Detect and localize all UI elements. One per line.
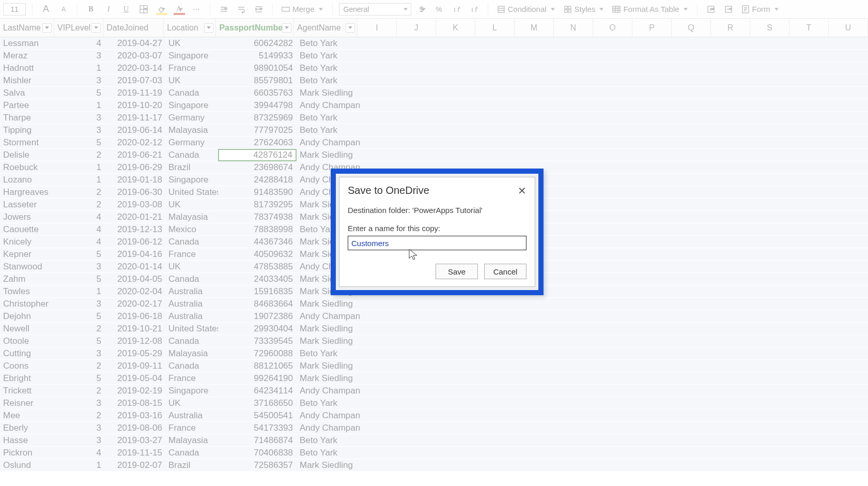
cell[interactable]: 98901054 [218, 63, 297, 74]
cell[interactable]: Beto Yark [297, 435, 361, 446]
cell[interactable]: Beto Yark [297, 448, 361, 458]
underline-button[interactable]: U [119, 2, 133, 17]
bold-button[interactable]: B [84, 2, 98, 17]
cell[interactable]: 1 [55, 100, 104, 111]
font-grow-button[interactable]: A [39, 2, 53, 17]
borders-button[interactable] [136, 2, 151, 17]
cell[interactable]: Australia [165, 311, 218, 322]
cell[interactable]: Trickett [0, 386, 55, 396]
cell[interactable]: Dejohn [0, 311, 55, 322]
cell[interactable]: 2019-01-18 [104, 175, 165, 185]
cell[interactable]: 2019-04-16 [104, 249, 165, 260]
cell[interactable]: 2020-03-14 [104, 63, 165, 73]
cell[interactable]: 54500541 [218, 410, 297, 421]
cell[interactable]: 2020-03-07 [104, 51, 165, 61]
cell[interactable]: Australia [165, 411, 218, 421]
cell[interactable]: Christopher [0, 299, 55, 309]
cell[interactable]: Otoole [0, 336, 55, 346]
col-agentname[interactable]: AgentName [294, 19, 358, 37]
cell[interactable]: 66035763 [218, 87, 297, 99]
cell[interactable]: 2019-06-21 [104, 150, 165, 160]
cell[interactable]: 2020-02-17 [104, 299, 165, 309]
decrease-decimal-button[interactable] [467, 2, 482, 17]
cell[interactable]: 5 [55, 336, 104, 346]
cell[interactable]: Mexico [165, 224, 218, 235]
cell[interactable]: 77797025 [218, 125, 297, 136]
cell[interactable]: Andy Champan [297, 411, 361, 421]
cell[interactable]: 4 [55, 38, 104, 49]
col-datejoined[interactable]: DateJoined [103, 19, 164, 37]
cell[interactable]: UK [165, 398, 218, 408]
cell[interactable]: Germany [165, 113, 218, 123]
cell[interactable]: 85579801 [218, 75, 297, 86]
cell[interactable]: UK [165, 38, 218, 49]
cell[interactable]: Singapore [165, 175, 218, 185]
cell[interactable]: Mark Siedling [297, 324, 361, 334]
cell[interactable]: Brazil [165, 460, 218, 470]
col-letter[interactable]: L [475, 19, 515, 37]
cell[interactable]: 27624063 [218, 137, 297, 148]
cell[interactable]: Beto Yark [297, 75, 361, 86]
cell[interactable]: 3 [55, 51, 104, 61]
cell[interactable]: 84683664 [218, 298, 297, 310]
cell[interactable]: 88121065 [218, 360, 297, 372]
cell[interactable]: 3 [55, 348, 104, 359]
cell[interactable]: 54173393 [218, 422, 297, 434]
cell[interactable]: 2019-11-17 [104, 113, 165, 123]
font-shrink-button[interactable]: A [56, 2, 71, 17]
font-size-input[interactable] [3, 3, 26, 16]
col-viplevel[interactable]: VIPLevel [54, 19, 103, 37]
cell[interactable]: Meraz [0, 51, 55, 61]
col-letter[interactable]: K [436, 19, 475, 37]
insert-cells-button[interactable] [704, 2, 718, 17]
cell[interactable]: 3 [55, 113, 104, 123]
font-color-button[interactable]: A [172, 2, 186, 17]
table-row[interactable]: Newell22019-10-21United States29930404Ma… [0, 323, 868, 335]
col-letter[interactable]: Q [672, 19, 711, 37]
cell[interactable]: Hadnott [0, 63, 55, 73]
cell[interactable]: France [165, 249, 218, 260]
cancel-button[interactable]: Cancel [484, 264, 526, 279]
cell[interactable]: Canada [165, 88, 218, 98]
cell[interactable]: 3 [55, 398, 104, 408]
cell[interactable]: 87325969 [218, 112, 297, 124]
col-letter[interactable]: S [750, 19, 789, 37]
cell[interactable]: Mee [0, 411, 55, 421]
cell[interactable]: 1 [55, 460, 104, 470]
cell[interactable]: Lasseter [0, 200, 55, 210]
cell[interactable]: 71486874 [218, 435, 297, 446]
cell[interactable]: United States [165, 324, 218, 334]
cell[interactable]: 2019-06-30 [104, 187, 165, 198]
cell[interactable]: UK [165, 262, 218, 272]
cell[interactable]: 1 [55, 175, 104, 185]
cell[interactable]: Australia [165, 299, 218, 309]
cell[interactable]: Stanwood [0, 262, 55, 272]
cell[interactable]: Canada [165, 336, 218, 346]
cell[interactable]: 3 [55, 435, 104, 446]
cell[interactable]: 4 [55, 448, 104, 458]
table-row[interactable]: Hasse32019-03-27Malayasia71486874Beto Ya… [0, 434, 868, 447]
cell[interactable]: 5 [55, 88, 104, 98]
cell[interactable]: 2019-05-04 [104, 373, 165, 384]
selected-cell[interactable]: 42876124 [218, 149, 297, 161]
cell[interactable]: 1 [55, 63, 104, 73]
cell[interactable]: 2020-02-12 [104, 138, 165, 148]
cell[interactable]: Canada [165, 237, 218, 247]
table-row[interactable]: Otoole52019-12-08Canada73339545Mark Sied… [0, 335, 868, 347]
cell[interactable]: Coons [0, 361, 55, 371]
cell[interactable]: 2 [55, 324, 104, 334]
cell[interactable]: Knicely [0, 237, 55, 247]
col-letter[interactable]: N [554, 19, 593, 37]
cell[interactable]: 64234114 [218, 385, 297, 397]
cell[interactable]: 5 [55, 249, 104, 260]
cell[interactable]: UK [165, 75, 218, 86]
cell[interactable]: Ebright [0, 373, 55, 384]
filter-icon[interactable] [346, 23, 355, 33]
cell[interactable]: 5 [55, 311, 104, 322]
cell[interactable]: 2019-03-08 [104, 200, 165, 210]
cell[interactable]: 4 [55, 224, 104, 235]
cell[interactable]: Andy Champan [297, 100, 361, 111]
cell[interactable]: Lessman [0, 38, 55, 49]
cell[interactable]: Canada [165, 150, 218, 160]
table-row[interactable]: Oslund12019-02-07Brazil72586357Mark Sied… [0, 459, 868, 472]
